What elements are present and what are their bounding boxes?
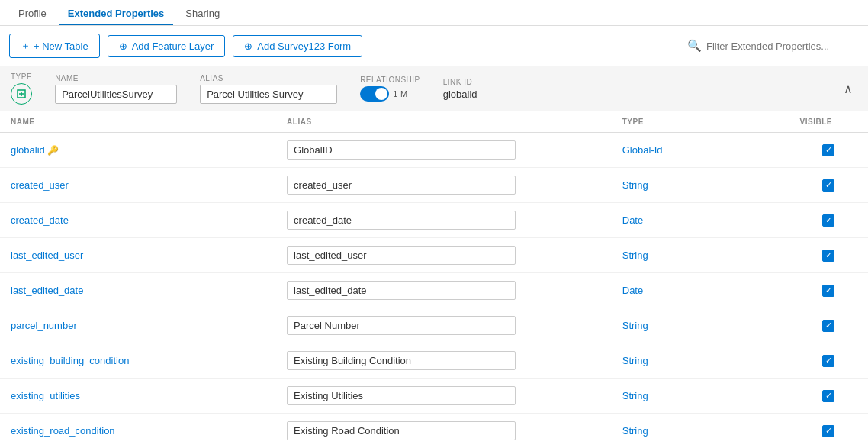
table-row: existing_utilitiesString✓: [0, 379, 868, 414]
cell-name: parcel_number: [0, 308, 276, 343]
col-header-name: NAME: [0, 111, 276, 133]
cell-name: last_edited_user: [0, 238, 276, 273]
cell-alias: [276, 203, 612, 238]
field-name-text: globalid: [11, 144, 45, 156]
cell-visible[interactable]: ✓: [789, 343, 868, 379]
cell-name: existing_building_condition: [0, 343, 276, 379]
visible-checkbox[interactable]: ✓: [822, 355, 834, 367]
alias-header: ALIAS: [200, 74, 337, 82]
cell-alias: [276, 308, 612, 343]
relationship-row: TYPE NAME ParcelUtilitiesSurvey ALIAS Pa…: [0, 66, 868, 111]
field-name-text: last_edited_user: [11, 250, 83, 261]
alias-input[interactable]: [287, 176, 516, 195]
cell-visible[interactable]: ✓: [789, 308, 868, 343]
cell-visible[interactable]: ✓: [789, 168, 868, 203]
toggle-button[interactable]: [360, 86, 389, 102]
alias-input[interactable]: [287, 140, 516, 160]
visible-checkbox[interactable]: ✓: [822, 144, 834, 156]
alias-col: ALIAS Parcel Utilities Survey: [200, 74, 337, 104]
cell-type: Date: [612, 273, 789, 308]
relationship-alias-value[interactable]: Parcel Utilities Survey: [200, 85, 337, 104]
table-header-row: NAME ALIAS TYPE VISIBLE: [0, 111, 868, 133]
name-header: NAME: [55, 74, 177, 82]
table-row: existing_road_conditionString✓: [0, 414, 868, 449]
properties-table: NAME ALIAS TYPE VISIBLE globalid 🔑Global…: [0, 111, 868, 448]
collapse-button[interactable]: ∧: [839, 80, 857, 98]
cell-alias: [276, 273, 612, 308]
new-table-button[interactable]: ＋ + New Table: [9, 34, 100, 58]
toggle-switch: 1-M: [360, 86, 420, 102]
cell-alias: [276, 414, 612, 449]
table-row: last_edited_userString✓: [0, 238, 868, 273]
table-row: created_dateDate✓: [0, 203, 868, 238]
add-survey-icon: ⊕: [244, 40, 252, 52]
relationship-name-value[interactable]: ParcelUtilitiesSurvey: [55, 85, 177, 104]
alias-input[interactable]: [287, 351, 516, 370]
cell-type: String: [612, 379, 789, 414]
toggle-label: 1-M: [393, 89, 407, 98]
field-name-text: created_date: [11, 214, 69, 226]
cell-type: String: [612, 308, 789, 343]
field-name-text: last_edited_date: [11, 285, 83, 296]
cell-name: existing_road_condition: [0, 414, 276, 449]
cell-name: created_user: [0, 168, 276, 203]
add-survey-button[interactable]: ⊕ Add Survey123 Form: [233, 35, 362, 57]
tab-extended-properties[interactable]: Extended Properties: [59, 3, 173, 25]
visible-checkbox[interactable]: ✓: [822, 390, 834, 402]
field-name-text: existing_building_condition: [11, 355, 129, 366]
visible-checkbox[interactable]: ✓: [822, 425, 834, 437]
cell-name: created_date: [0, 203, 276, 238]
linkid-value: globalid: [443, 89, 477, 100]
relationship-col: RELATIONSHIP 1-M: [360, 76, 420, 102]
cell-alias: [276, 133, 612, 168]
cell-alias: [276, 238, 612, 273]
cell-visible[interactable]: ✓: [789, 273, 868, 308]
alias-input[interactable]: [287, 246, 516, 265]
visible-checkbox[interactable]: ✓: [822, 250, 834, 262]
col-header-visible: VISIBLE: [789, 111, 868, 133]
cell-type: String: [612, 414, 789, 449]
cell-visible[interactable]: ✓: [789, 238, 868, 273]
cell-visible[interactable]: ✓: [789, 133, 868, 168]
cell-alias: [276, 343, 612, 379]
field-name-text: existing_road_condition: [11, 425, 115, 437]
cell-type: String: [612, 238, 789, 273]
search-input[interactable]: [706, 40, 859, 52]
toolbar: ＋ + New Table ⊕ Add Feature Layer ⊕ Add …: [0, 26, 868, 66]
field-name-text: existing_utilities: [11, 390, 80, 401]
alias-input[interactable]: [287, 281, 516, 300]
cell-name: existing_utilities: [0, 379, 276, 414]
table-row: created_userString✓: [0, 168, 868, 203]
col-header-alias: ALIAS: [276, 111, 612, 133]
table-row: last_edited_dateDate✓: [0, 273, 868, 308]
field-name-text: parcel_number: [11, 320, 77, 331]
tab-profile[interactable]: Profile: [9, 3, 56, 25]
cell-visible[interactable]: ✓: [789, 379, 868, 414]
cell-type: Date: [612, 203, 789, 238]
cell-visible[interactable]: ✓: [789, 414, 868, 449]
cell-type: String: [612, 168, 789, 203]
alias-input[interactable]: [287, 316, 516, 335]
cell-name: globalid 🔑: [0, 133, 276, 168]
cell-name: last_edited_date: [0, 273, 276, 308]
alias-input[interactable]: [287, 421, 516, 440]
cell-type: String: [612, 343, 789, 379]
relationship-header: RELATIONSHIP: [360, 76, 420, 84]
alias-input[interactable]: [287, 211, 516, 230]
linkid-col: LINK ID globalid: [443, 78, 477, 100]
top-tabs: Profile Extended Properties Sharing: [0, 0, 868, 26]
table-row: globalid 🔑Global-Id✓: [0, 133, 868, 168]
tab-sharing[interactable]: Sharing: [176, 3, 229, 25]
type-col: TYPE: [11, 73, 32, 105]
search-icon: 🔍: [687, 39, 702, 53]
visible-checkbox[interactable]: ✓: [822, 320, 834, 332]
add-feature-icon: ⊕: [119, 40, 127, 52]
visible-checkbox[interactable]: ✓: [822, 179, 834, 192]
cell-visible[interactable]: ✓: [789, 203, 868, 238]
visible-checkbox[interactable]: ✓: [822, 214, 834, 227]
alias-input[interactable]: [287, 386, 516, 405]
add-feature-layer-button[interactable]: ⊕ Add Feature Layer: [108, 35, 226, 57]
key-icon: 🔑: [47, 145, 59, 156]
table-row: existing_building_conditionString✓: [0, 343, 868, 379]
visible-checkbox[interactable]: ✓: [822, 285, 834, 297]
